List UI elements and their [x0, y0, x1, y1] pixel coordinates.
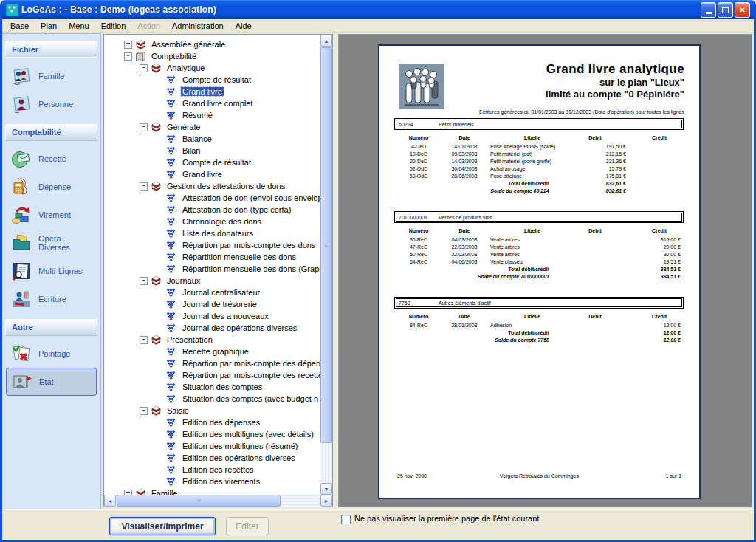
logeas-icon	[166, 394, 177, 404]
tree-item[interactable]: Répartition mensuelle des dons	[104, 251, 320, 263]
menu-item[interactable]: Administration	[166, 20, 230, 32]
sidebar-item[interactable]: Opéra. Diverses	[6, 229, 97, 257]
tree-item[interactable]: Edition des opérations diverses	[104, 452, 320, 464]
tree-toggle[interactable]: -	[140, 123, 148, 131]
sidebar-item-label: Opéra. Diverses	[38, 234, 97, 252]
solde-row: Solde du compte 7758 12,00 €	[396, 336, 682, 343]
visualiser-imprimer-button[interactable]: Visualiser/Imprimer	[109, 517, 216, 535]
tree-item[interactable]: Situation des comptes	[104, 381, 320, 393]
tree-item[interactable]: - Saisie	[104, 405, 320, 416]
tree-item[interactable]: Journal centralisateur	[104, 287, 320, 298]
tree-item[interactable]: Recette graphique	[104, 346, 320, 357]
entry-row: 19-DeD09/03/2003 Petit matériel (pot)212…	[396, 150, 682, 157]
tree-item[interactable]: + Famille	[104, 487, 320, 495]
sidebar-section-fichier[interactable]: Fichier	[5, 41, 97, 58]
title-bar[interactable]: LoGeAs : - Base : Demo (logeas associati…	[2, 0, 754, 19]
tree-item[interactable]: Chronologie des dons	[104, 216, 320, 227]
tree-item[interactable]: Compte de résultat	[104, 74, 320, 86]
vertical-scroll-thumb[interactable]: ≡	[320, 47, 332, 443]
tree-item-label: Grand livre	[181, 87, 224, 96]
tree-item[interactable]: Répartion par mois-compte des dépense	[104, 357, 320, 369]
tree-item[interactable]: Bilan	[104, 145, 320, 157]
sidebar-item[interactable]: Dépense	[6, 173, 97, 201]
menu-item[interactable]: Menu	[63, 20, 95, 32]
tree-item[interactable]: Grand livre	[104, 86, 320, 97]
menu-item[interactable]: Base	[4, 20, 35, 32]
tree-item[interactable]: Résumé	[104, 109, 320, 121]
tree-item[interactable]: - Gestion des attestations de dons	[104, 180, 320, 192]
sidebar-item[interactable]: Famille	[6, 62, 97, 90]
scroll-left-icon[interactable]: ◄	[104, 495, 116, 507]
sidebar-item[interactable]: Ecriture	[6, 285, 97, 313]
tree-item[interactable]: - Analytique	[104, 62, 320, 74]
tree-item[interactable]: - Comptabilité	[104, 50, 320, 62]
sidebar-item[interactable]: Recette	[6, 145, 97, 173]
tree-item[interactable]: Edition des virements	[104, 476, 320, 487]
scroll-down-icon[interactable]: ▼	[320, 483, 332, 495]
tree-item[interactable]: Balance	[104, 133, 320, 145]
tree-item[interactable]: Attestation de don (envoi sous envelopp	[104, 192, 320, 204]
menu-item[interactable]: Edition	[95, 20, 132, 32]
tree-item[interactable]: - Générale	[104, 121, 320, 133]
minimize-button[interactable]	[701, 2, 716, 18]
tree-item[interactable]: Répartion par mois-compte des dons	[104, 239, 320, 251]
scroll-right-icon[interactable]: ►	[320, 495, 332, 507]
tree-horizontal-scrollbar[interactable]: ◄ ≡ ►	[104, 495, 332, 507]
tree-item-label: Situation des comptes (avec budget n+1	[181, 394, 320, 403]
sidebar-section-autre[interactable]: Autre	[5, 319, 97, 335]
sidebar-item[interactable]: Personne	[6, 90, 97, 118]
tree-item[interactable]: Situation des comptes (avec budget n+1	[104, 393, 320, 405]
tree-item[interactable]: Grand livre complet	[104, 97, 320, 109]
menu-item[interactable]: Aide	[230, 20, 258, 32]
skip-first-page-checkbox[interactable]	[341, 515, 351, 524]
logeas-icon	[166, 453, 177, 463]
tree-item[interactable]: Edition des dépenses	[104, 416, 320, 428]
tree-item[interactable]: + Assemblée générale	[104, 38, 320, 50]
depense-icon	[11, 176, 32, 197]
tree-item-label: Attestation de don (envoi sous envelopp	[181, 193, 320, 202]
tree-item[interactable]: Compte de résultat	[104, 157, 320, 168]
sidebar-item[interactable]: Etat	[6, 368, 97, 396]
total-row: Total débit/crédit 832,61 €	[396, 179, 682, 187]
sidebar-item-label: Pointage	[38, 349, 70, 358]
pointage-icon	[11, 343, 32, 364]
sidebar-item[interactable]: Multi-Lignes	[6, 257, 97, 285]
tree-item[interactable]: Répartion par mois-compte des recettes	[104, 369, 320, 381]
tree-item[interactable]: Journal de trésorerie	[104, 298, 320, 310]
menu-item[interactable]: Action	[131, 20, 166, 32]
close-button[interactable]: ✕	[735, 2, 750, 18]
tree-item[interactable]: Liste des donateurs	[104, 227, 320, 239]
tree-item[interactable]: Répartition mensuelle des dons (Graphiq	[104, 263, 320, 275]
sidebar-section-comptabilite[interactable]: Comptabilité	[5, 124, 97, 140]
sidebar-item[interactable]: Pointage	[6, 340, 97, 368]
tree-toggle[interactable]: -	[140, 277, 148, 285]
tree-item[interactable]: Journal des a nouveaux	[104, 310, 320, 322]
scroll-up-icon[interactable]: ▲	[320, 35, 332, 47]
tree-toggle[interactable]: +	[124, 490, 132, 495]
tree-item[interactable]: - Journaux	[104, 275, 320, 287]
tree-item[interactable]: Edition des multilignes (résumé)	[104, 440, 320, 452]
account-header-bar: 7758 Autres éléments d'actif	[396, 298, 682, 307]
tree-item-label: Edition des multilignes (résumé)	[181, 442, 300, 450]
tree-item[interactable]: Edition des multilignes (avec détails)	[104, 428, 320, 440]
tree-toggle[interactable]: -	[140, 407, 148, 415]
tree-item[interactable]: Attestation de don (type cerfa)	[104, 204, 320, 216]
restore-button[interactable]	[718, 2, 733, 18]
tree-item[interactable]: Journal des opérations diverses	[104, 322, 320, 334]
minimize-icon	[706, 12, 712, 14]
tree-item[interactable]: Grand livre	[104, 168, 320, 180]
tree-vertical-scrollbar[interactable]: ▲ ≡ ▼	[320, 35, 332, 495]
tree-toggle[interactable]: -	[124, 52, 132, 61]
tree-toggle[interactable]: +	[124, 41, 132, 49]
sidebar-item-label: Multi-Lignes	[38, 267, 82, 275]
tree-toggle[interactable]: -	[140, 182, 148, 191]
horizontal-scroll-thumb[interactable]: ≡	[117, 495, 281, 507]
tree-toggle[interactable]: -	[140, 336, 148, 344]
tree-item[interactable]: Edition des recettes	[104, 464, 320, 476]
sidebar-item[interactable]: Virement	[6, 201, 97, 229]
tree-item-label: Grand livre	[181, 170, 224, 179]
tree-item[interactable]: - Présentation	[104, 334, 320, 346]
tree-toggle[interactable]: -	[140, 64, 148, 72]
editer-button[interactable]: Editer	[226, 517, 269, 535]
menu-item[interactable]: Plan	[35, 20, 63, 32]
